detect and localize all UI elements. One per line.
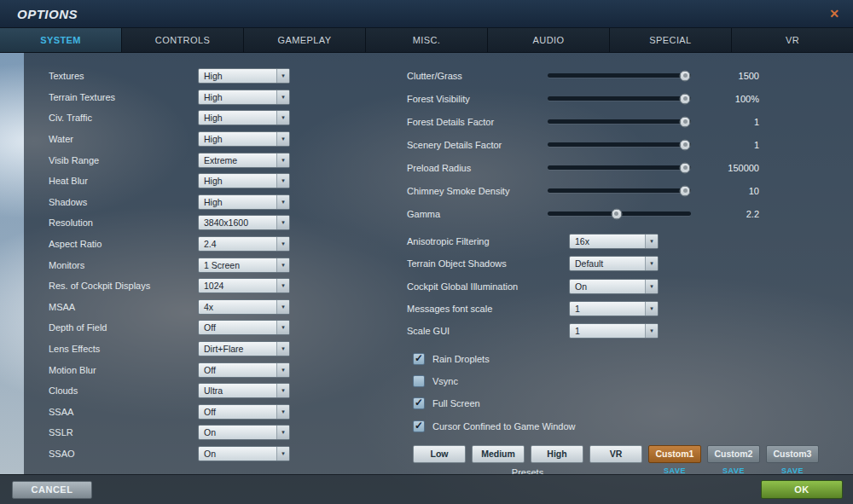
chevron-down-icon[interactable]: ▾ bbox=[276, 111, 289, 125]
dropdown[interactable]: 3840x1600 ▾ bbox=[198, 215, 290, 230]
dropdown[interactable]: 1 ▾ bbox=[569, 301, 659, 316]
tab[interactable]: AUDIO bbox=[488, 28, 610, 52]
chevron-down-icon[interactable]: ▾ bbox=[276, 216, 289, 229]
settings-row: Visib Range Extreme ▾ bbox=[49, 149, 407, 171]
chevron-down-icon[interactable]: ▾ bbox=[276, 300, 289, 314]
preset-button[interactable]: Low bbox=[413, 445, 466, 463]
checkbox[interactable] bbox=[413, 375, 425, 387]
dropdown[interactable]: Default ▾ bbox=[569, 256, 659, 271]
chevron-down-icon[interactable]: ▾ bbox=[276, 279, 289, 293]
dropdown-value: High bbox=[199, 174, 276, 188]
dropdown[interactable]: High ▾ bbox=[198, 194, 290, 210]
chevron-down-icon[interactable]: ▾ bbox=[276, 258, 289, 272]
dropdown[interactable]: Off ▾ bbox=[198, 320, 290, 335]
preset-button[interactable]: Custom2 bbox=[707, 445, 760, 463]
slider-handle[interactable] bbox=[611, 208, 622, 219]
setting-label: Scale GUI bbox=[407, 326, 569, 336]
chevron-down-icon[interactable]: ▾ bbox=[276, 426, 289, 439]
chevron-down-icon[interactable]: ▾ bbox=[276, 447, 289, 461]
dropdown[interactable]: High ▾ bbox=[198, 110, 290, 125]
chevron-down-icon[interactable]: ▾ bbox=[645, 235, 658, 248]
slider-handle[interactable] bbox=[680, 93, 691, 104]
preset-button[interactable]: Medium bbox=[472, 445, 525, 463]
chevron-down-icon[interactable]: ▾ bbox=[276, 195, 289, 209]
dropdown[interactable]: Off ▾ bbox=[198, 404, 290, 420]
chevron-down-icon[interactable]: ▾ bbox=[276, 174, 289, 188]
chevron-down-icon[interactable]: ▾ bbox=[276, 90, 289, 104]
dropdown[interactable]: High ▾ bbox=[198, 131, 290, 147]
chevron-down-icon[interactable]: ▾ bbox=[276, 154, 289, 167]
dropdown[interactable]: High ▾ bbox=[198, 173, 290, 188]
slider-track[interactable] bbox=[548, 211, 691, 216]
chevron-down-icon[interactable]: ▾ bbox=[276, 321, 289, 334]
dropdown[interactable]: On ▾ bbox=[198, 446, 290, 461]
checkbox[interactable] bbox=[413, 353, 425, 365]
dropdown[interactable]: 4x ▾ bbox=[198, 299, 290, 315]
slider-handle[interactable] bbox=[680, 139, 691, 150]
settings-row: Aspect Ratio 2.4 ▾ bbox=[49, 234, 407, 255]
settings-row: Lens Effects Dirt+Flare ▾ bbox=[49, 339, 407, 360]
chevron-down-icon[interactable]: ▾ bbox=[645, 257, 658, 270]
setting-label: Anisotropic Filtering bbox=[407, 236, 569, 246]
checkbox[interactable] bbox=[413, 397, 425, 409]
dropdown-value: On bbox=[199, 426, 276, 439]
dropdown[interactable]: Dirt+Flare ▾ bbox=[198, 341, 290, 356]
slider-handle[interactable] bbox=[680, 162, 691, 173]
chevron-down-icon[interactable]: ▾ bbox=[276, 342, 289, 356]
dropdown[interactable]: High ▾ bbox=[198, 90, 290, 105]
checkbox[interactable] bbox=[413, 420, 425, 432]
tab[interactable]: SYSTEM bbox=[0, 28, 122, 52]
chevron-down-icon[interactable]: ▾ bbox=[276, 69, 289, 83]
dropdown[interactable]: On ▾ bbox=[569, 279, 659, 294]
dropdown[interactable]: 1024 ▾ bbox=[198, 278, 290, 293]
dropdown[interactable]: Ultra ▾ bbox=[198, 383, 290, 398]
sliders-section: Clutter/Grass 1500 Forest Visibility bbox=[407, 64, 759, 225]
dropdown[interactable]: 1 ▾ bbox=[569, 323, 659, 339]
dropdown[interactable]: 16x ▾ bbox=[569, 234, 659, 249]
slider-track[interactable] bbox=[548, 119, 691, 124]
tab[interactable]: CONTROLS bbox=[122, 28, 244, 52]
cancel-button[interactable]: CANCEL bbox=[12, 481, 92, 499]
dropdown[interactable]: Off ▾ bbox=[198, 362, 290, 378]
chevron-down-icon[interactable]: ▾ bbox=[276, 237, 289, 251]
dropdown-value: Off bbox=[199, 321, 276, 334]
ok-button[interactable]: OK bbox=[761, 480, 843, 499]
tab-label: GAMEPLAY bbox=[278, 35, 332, 45]
settings-row: Messages font scale 1 ▾ bbox=[407, 298, 759, 320]
dropdown[interactable]: High ▾ bbox=[198, 68, 290, 84]
preset-button[interactable]: VR bbox=[589, 445, 642, 463]
slider-value: 1 bbox=[691, 117, 759, 127]
slider-track[interactable] bbox=[548, 142, 691, 147]
chevron-down-icon[interactable]: ▾ bbox=[276, 132, 289, 146]
preset-button[interactable]: High bbox=[531, 445, 583, 463]
dropdown[interactable]: 1 Screen ▾ bbox=[198, 258, 290, 273]
close-icon[interactable]: ✕ bbox=[829, 8, 839, 20]
settings-row: Terrain Textures High ▾ bbox=[49, 87, 407, 108]
chevron-down-icon[interactable]: ▾ bbox=[276, 363, 289, 377]
tab[interactable]: SPECIAL bbox=[610, 28, 732, 52]
slider-track[interactable] bbox=[548, 96, 691, 101]
slider-track[interactable] bbox=[548, 188, 691, 193]
tab[interactable]: MISC. bbox=[366, 28, 488, 52]
setting-label: MSAA bbox=[49, 302, 198, 312]
slider-track[interactable] bbox=[548, 73, 691, 78]
chevron-down-icon[interactable]: ▾ bbox=[276, 384, 289, 397]
slider-handle[interactable] bbox=[680, 116, 691, 127]
right-dropdowns-section: Anisotropic Filtering 16x ▾ Terrain Obje… bbox=[407, 230, 759, 342]
preset-button[interactable]: Custom3 bbox=[766, 445, 819, 463]
chevron-down-icon[interactable]: ▾ bbox=[645, 324, 658, 338]
slider-track[interactable] bbox=[548, 165, 691, 170]
chevron-down-icon[interactable]: ▾ bbox=[645, 280, 658, 293]
dropdown-value: Dirt+Flare bbox=[199, 342, 276, 356]
slider-handle[interactable] bbox=[680, 185, 691, 196]
dropdown[interactable]: On ▾ bbox=[198, 425, 290, 440]
dropdown[interactable]: Extreme ▾ bbox=[198, 153, 290, 168]
slider-handle[interactable] bbox=[680, 70, 691, 81]
chevron-down-icon[interactable]: ▾ bbox=[276, 405, 289, 419]
setting-label: Aspect Ratio bbox=[49, 239, 198, 249]
tab[interactable]: GAMEPLAY bbox=[244, 28, 366, 52]
preset-button[interactable]: Custom1 bbox=[648, 445, 701, 463]
chevron-down-icon[interactable]: ▾ bbox=[645, 302, 658, 316]
tab[interactable]: VR bbox=[732, 28, 853, 52]
dropdown[interactable]: 2.4 ▾ bbox=[198, 236, 290, 252]
